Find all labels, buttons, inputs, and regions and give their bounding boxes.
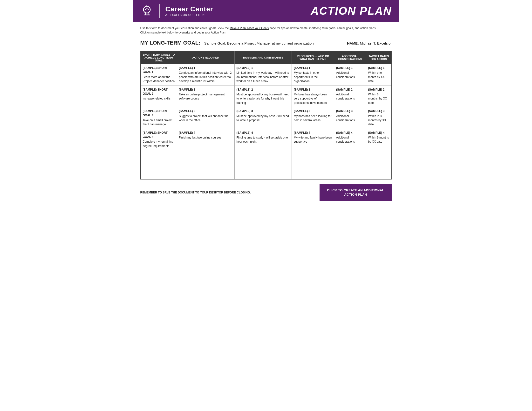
- table-row: (SAMPLE) SHORT GOAL 3Take on a small pro…: [141, 107, 392, 129]
- cell-label-r2-c1: (SAMPLE) SHORT GOAL 2: [143, 88, 175, 96]
- cell-label-r1-c6: (SAMPLE) 1: [368, 66, 389, 70]
- col-header-1: SHORT-TERM GOALS TO ACHIEVE LONG-TERM GO…: [141, 51, 177, 64]
- table-cell-r3-c6[interactable]: (SAMPLE) 3Within in 3 months by XX date: [366, 107, 392, 129]
- cell-label-r4-c3: (SAMPLE) 4: [237, 131, 290, 135]
- cell-label-r2-c6: (SAMPLE) 2: [368, 88, 389, 92]
- cell-label-r2-c5: (SAMPLE) 2: [336, 88, 364, 92]
- table-cell-r1-c6[interactable]: (SAMPLE) 1Within one month by XX date: [366, 64, 392, 86]
- table-cell-r4-c5[interactable]: (SAMPLE) 4Additional considerations: [334, 129, 366, 150]
- col-header-4: RESOURCES — WHO OR WHAT CAN HELP ME: [292, 51, 334, 64]
- goal-label: MY LONG-TERM GOAL:: [140, 40, 200, 46]
- cell-label-r3-c4: (SAMPLE) 3: [294, 109, 332, 113]
- cell-label-r1-c3: (SAMPLE) 1: [237, 66, 290, 70]
- logo-icon: [140, 4, 153, 17]
- table-cell-r3-c2[interactable]: (SAMPLE) 3Suggest a project that will en…: [177, 107, 234, 129]
- cell-label-r4-c2: (SAMPLE) 4: [179, 131, 232, 135]
- empty-cell-5[interactable]: [334, 150, 366, 179]
- name-block: NAME: Michael T. Excelsior: [347, 41, 392, 45]
- name-label: NAME:: [347, 41, 359, 45]
- cell-label-r2-c2: (SAMPLE) 2: [179, 88, 232, 92]
- header-left: Career Center AT EXCELSIOR COLLEGE®: [140, 4, 213, 18]
- intro-text2: page for tips on how to create short/lon…: [269, 27, 376, 30]
- cell-label-r3-c2: (SAMPLE) 3: [179, 109, 232, 113]
- empty-cell-2[interactable]: [177, 150, 234, 179]
- logo-divider: [159, 4, 160, 18]
- intro-text3: Click on sample text below to overwrite …: [140, 31, 227, 34]
- logo-subtitle: AT EXCELSIOR COLLEGE®: [165, 13, 205, 16]
- cell-label-r1-c2: (SAMPLE) 1: [179, 66, 232, 70]
- table-cell-r2-c5[interactable]: (SAMPLE) 2Additional considerations: [334, 85, 366, 107]
- cell-label-r1-c1: (SAMPLE) SHORT GOAL 1: [143, 66, 175, 74]
- empty-cell-4[interactable]: [292, 150, 334, 179]
- table-cell-r3-c3[interactable]: (SAMPLE) 3Must be approved by my boss - …: [234, 107, 292, 129]
- empty-cell-6[interactable]: [366, 150, 392, 179]
- table-cell-r2-c1[interactable]: (SAMPLE) SHORT GOAL 2Increase related sk…: [141, 85, 177, 107]
- empty-cell-1[interactable]: [141, 150, 177, 179]
- intro-text1: Use this form to document your education…: [140, 27, 230, 30]
- col-header-6: TARGET DATES FOR ACTION: [366, 51, 392, 64]
- col-header-2: ACTIONS REQUIRED: [177, 51, 234, 64]
- table-cell-r3-c1[interactable]: (SAMPLE) SHORT GOAL 3Take on a small pro…: [141, 107, 177, 129]
- col-header-3: BARRIERS AND CONSTRAINTS: [234, 51, 292, 64]
- action-plan-table: SHORT-TERM GOALS TO ACHIEVE LONG-TERM GO…: [140, 51, 392, 180]
- goal-value[interactable]: Sample Goal: Become a Project Manager at…: [204, 41, 314, 45]
- table-cell-r4-c1[interactable]: (SAMPLE) SHORT GOAL 4Complete my remaini…: [141, 129, 177, 150]
- table-cell-r2-c2[interactable]: (SAMPLE) 2Take an online project managem…: [177, 85, 234, 107]
- cell-label-r3-c5: (SAMPLE) 3: [336, 109, 364, 113]
- cell-label-r1-c5: (SAMPLE) 1: [336, 66, 364, 70]
- goal-section: MY LONG-TERM GOAL: Sample Goal: Become a…: [133, 40, 399, 48]
- footer-note: REMEMBER TO SAVE THE DOCUMENT TO YOUR DE…: [140, 191, 251, 194]
- table-cell-r1-c3[interactable]: (SAMPLE) 1Limited time in my work day– w…: [234, 64, 292, 86]
- cell-label-r3-c1: (SAMPLE) SHORT GOAL 3: [143, 109, 175, 118]
- table-cell-r2-c4[interactable]: (SAMPLE) 2My boss has always been very s…: [292, 85, 334, 107]
- table-cell-r4-c4[interactable]: (SAMPLE) 4My wife and family have been s…: [292, 129, 334, 150]
- logo-career-center: Career Center: [165, 5, 213, 13]
- table-row: (SAMPLE) SHORT GOAL 4Complete my remaini…: [141, 129, 392, 150]
- action-plan-title: ACTION PLAN: [311, 4, 392, 17]
- logo-text: Career Center AT EXCELSIOR COLLEGE®: [165, 5, 213, 17]
- table-row: (SAMPLE) SHORT GOAL 2Increase related sk…: [141, 85, 392, 107]
- table-header-row: SHORT-TERM GOALS TO ACHIEVE LONG-TERM GO…: [141, 51, 392, 64]
- table-cell-r1-c4[interactable]: (SAMPLE) 1My contacts in other departmen…: [292, 64, 334, 86]
- table-cell-r4-c6[interactable]: (SAMPLE) 4Within 9 months by XX date: [366, 129, 392, 150]
- table-cell-r3-c5[interactable]: (SAMPLE) 3Additional considerations: [334, 107, 366, 129]
- create-action-plan-button[interactable]: CLICK TO CREATE AN ADDITIONAL ACTION PLA…: [320, 184, 392, 201]
- col-header-5: ADDITIONAL CONSIDERATIONS: [334, 51, 366, 64]
- table-cell-r2-c3[interactable]: (SAMPLE) 2Must be approved by my boss—wi…: [234, 85, 292, 107]
- intro-link[interactable]: Make a Plan: Meet Your Goals: [230, 27, 269, 30]
- cell-label-r4-c4: (SAMPLE) 4: [294, 131, 332, 135]
- cell-label-r4-c5: (SAMPLE) 4: [336, 131, 364, 135]
- table-row: (SAMPLE) SHORT GOAL 1Learn more about th…: [141, 64, 392, 86]
- cell-label-r4-c6: (SAMPLE) 4: [368, 131, 389, 135]
- empty-cell-3[interactable]: [234, 150, 292, 179]
- cell-label-r2-c3: (SAMPLE) 2: [237, 88, 290, 92]
- cell-label-r4-c1: (SAMPLE) SHORT GOAL 4: [143, 131, 175, 139]
- table-cell-r1-c5[interactable]: (SAMPLE) 1Additional considerations: [334, 64, 366, 86]
- header: Career Center AT EXCELSIOR COLLEGE® ACTI…: [133, 0, 399, 22]
- action-plan-table-wrap: SHORT-TERM GOALS TO ACHIEVE LONG-TERM GO…: [133, 51, 399, 180]
- cell-label-r2-c4: (SAMPLE) 2: [294, 88, 332, 92]
- cell-label-r3-c3: (SAMPLE) 3: [237, 109, 290, 113]
- cell-label-r1-c4: (SAMPLE) 1: [294, 66, 332, 70]
- table-cell-r4-c3[interactable]: (SAMPLE) 4Finding time to study - will s…: [234, 129, 292, 150]
- cell-label-r3-c6: (SAMPLE) 3: [368, 109, 389, 113]
- name-value[interactable]: Michael T. Excelsior: [360, 41, 392, 45]
- intro-section: Use this form to document your education…: [133, 22, 399, 37]
- footer: REMEMBER TO SAVE THE DOCUMENT TO YOUR DE…: [133, 180, 399, 205]
- table-cell-r3-c4[interactable]: (SAMPLE) 3My boss has been looking for h…: [292, 107, 334, 129]
- table-cell-r4-c2[interactable]: (SAMPLE) 4Finish my last two online cour…: [177, 129, 234, 150]
- table-cell-r1-c2[interactable]: (SAMPLE) 1Conduct an informational inter…: [177, 64, 234, 86]
- svg-point-0: [143, 6, 150, 13]
- table-cell-r2-c6[interactable]: (SAMPLE) 2Within 6 months, by XX date: [366, 85, 392, 107]
- table-empty-row: [141, 150, 392, 179]
- table-cell-r1-c1[interactable]: (SAMPLE) SHORT GOAL 1Learn more about th…: [141, 64, 177, 86]
